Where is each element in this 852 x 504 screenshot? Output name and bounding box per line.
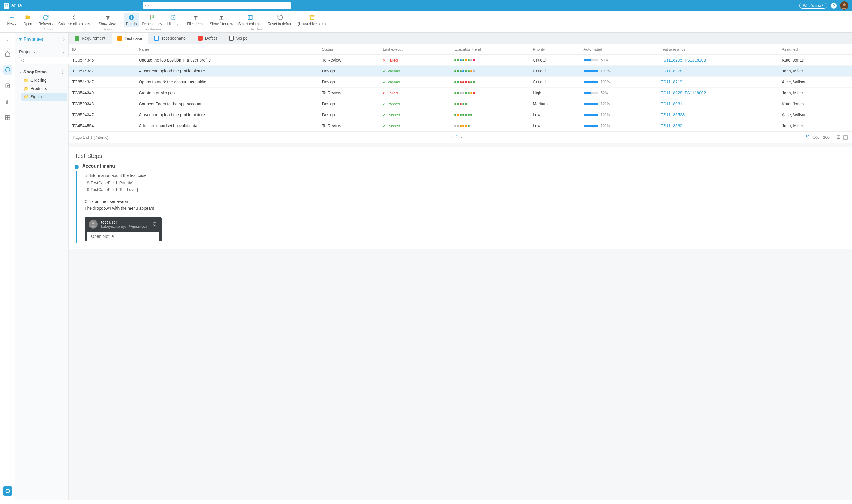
nav-rail: ‹ — [0, 33, 15, 501]
scenario-link[interactable]: TS1118228, TS1118002 — [661, 90, 706, 95]
filter-items-button[interactable]: Filter items — [185, 13, 207, 27]
folder-node[interactable]: 📁Ordering — [21, 76, 67, 84]
column-header[interactable]: ID — [69, 44, 135, 55]
folder-icon: 📁 — [24, 86, 29, 91]
trend-dots — [454, 114, 526, 116]
scenario-link[interactable]: TS1118295, TS1118203 — [661, 58, 706, 62]
step-name: Account menu — [82, 164, 115, 169]
open-button[interactable]: Open — [20, 13, 36, 27]
page-size-option[interactable]: 100 — [813, 135, 820, 140]
pager-info: Page 1 of 1 (7 items) — [73, 135, 109, 140]
whats-new-button[interactable]: What's new? — [799, 3, 827, 8]
column-header[interactable]: Assigned — [778, 44, 852, 55]
scenario-link[interactable]: TS11186528 — [661, 112, 685, 117]
svg-rect-9 — [150, 18, 151, 19]
project-search-input[interactable] — [19, 57, 73, 64]
column-header[interactable]: Automated — [580, 44, 658, 55]
collapse-projects-button[interactable]: Collapse all projects — [56, 13, 92, 27]
column-header[interactable]: Last executi... — [379, 44, 451, 55]
archive-button[interactable]: (Un)Archive items — [295, 13, 328, 27]
tab-icon — [198, 36, 203, 40]
table-row[interactable]: TC4544554Add credit card with invalid da… — [69, 120, 852, 131]
column-header[interactable]: Priority↓ — [529, 44, 580, 55]
copy-icon[interactable]: ⧉ — [85, 174, 87, 178]
tab-defect[interactable]: Defect — [192, 33, 223, 44]
main-content: RequirementTest caseTest scenarioDefectS… — [69, 33, 852, 501]
collapse-icon — [71, 14, 77, 21]
tab-icon — [229, 36, 234, 40]
rail-projects[interactable] — [3, 65, 13, 74]
global-search-input[interactable] — [143, 2, 290, 10]
show-views-button[interactable]: Show views — [96, 13, 120, 27]
more-icon[interactable]: ⋮ — [60, 69, 65, 74]
new-button[interactable]: New▾ — [4, 13, 19, 27]
favorites-section[interactable]: ♥Favorites › — [15, 33, 68, 46]
page-size-option[interactable]: 50 — [805, 134, 810, 140]
rail-home[interactable] — [3, 49, 13, 58]
dependency-button[interactable]: Dependency — [140, 13, 164, 27]
rail-analytics[interactable] — [3, 97, 13, 107]
brand-logo[interactable]: aqua — [3, 3, 22, 8]
chevron-down-icon: ⌄ — [62, 50, 65, 54]
rail-app-icon[interactable] — [3, 486, 13, 496]
sidebar-collapse-toggle[interactable]: ‹ — [6, 38, 10, 42]
scenario-link[interactable]: TS1118219 — [661, 79, 682, 84]
pager-page[interactable]: 1 — [456, 134, 458, 140]
scenario-link[interactable]: TS1118560 — [661, 123, 682, 128]
reset-default-button[interactable]: Reset to default — [265, 13, 295, 27]
reset-icon — [277, 14, 284, 21]
column-header[interactable]: Test scenarios — [657, 44, 778, 55]
refresh-button[interactable]: Refresh▾ — [36, 13, 55, 27]
svg-rect-29 — [6, 489, 10, 493]
pager-prev[interactable]: ‹ — [451, 135, 453, 140]
ribbon-group-label: Actions — [43, 27, 53, 32]
help-icon[interactable]: ? — [831, 3, 837, 8]
table-row[interactable]: TC0544345Update the job position in a us… — [69, 55, 852, 66]
rail-test[interactable] — [3, 81, 13, 90]
svg-rect-28 — [8, 118, 10, 120]
export-icon[interactable] — [835, 135, 840, 140]
details-button[interactable]: ! Details — [124, 13, 139, 27]
svg-rect-26 — [8, 116, 10, 118]
user-avatar[interactable] — [840, 1, 849, 10]
tab-test-scenario[interactable]: Test scenario — [148, 33, 192, 44]
column-header[interactable]: Name — [135, 44, 318, 55]
svg-point-2 — [843, 3, 846, 6]
table-row[interactable]: TC8544347Option to mark the account as p… — [69, 77, 852, 88]
test-steps-panel: Test Steps Account menu ⧉ Information ab… — [69, 147, 852, 249]
scenario-link[interactable]: TS1118981 — [661, 102, 682, 106]
table-row[interactable]: TC6594347A user can upload the profile p… — [69, 109, 852, 120]
tab-requirement[interactable]: Requirement — [69, 33, 111, 44]
tab-test-case[interactable]: Test case — [111, 33, 148, 44]
table-row[interactable]: TC9544340Create a public postTo ReviewFa… — [69, 88, 852, 98]
step-action: Click on the user avatar — [85, 198, 846, 205]
tab-script[interactable]: Script — [223, 33, 253, 44]
preview-user-name: test user — [101, 220, 148, 224]
layout-icon[interactable] — [843, 135, 848, 140]
folder-node[interactable]: 📁Sign-In — [21, 93, 67, 101]
svg-rect-27 — [5, 118, 7, 120]
table-row[interactable]: TC0574347A user can upload the profile p… — [69, 66, 852, 77]
column-header[interactable]: Status — [319, 44, 380, 55]
ribbon-group-label: Item Grid — [251, 27, 263, 32]
scenario-link[interactable]: TS1118378 — [661, 69, 682, 73]
show-filter-row-button[interactable]: Show filter row — [207, 13, 235, 27]
preview-avatar-icon — [89, 220, 97, 229]
table-row[interactable]: TC0590348Connect Zoom to the app account… — [69, 98, 852, 109]
select-columns-button[interactable]: Select columns — [236, 13, 265, 27]
trend-dots — [454, 92, 526, 94]
pager-next[interactable]: › — [461, 135, 462, 140]
projects-header[interactable]: Projects ⌄ — [15, 46, 68, 57]
history-button[interactable]: History — [165, 13, 181, 27]
item-type-tabs: RequirementTest caseTest scenarioDefectS… — [69, 33, 852, 44]
svg-rect-8 — [150, 17, 151, 18]
rail-grid[interactable] — [3, 113, 13, 123]
project-node[interactable]: ⌄ ShopDemo ⋮ — [17, 67, 67, 76]
svg-rect-7 — [150, 15, 151, 16]
chevron-right-icon: › — [63, 37, 65, 42]
ribbon-group-label: Item Preview — [144, 27, 161, 32]
svg-rect-14 — [249, 15, 252, 19]
folder-node[interactable]: 📁Products — [21, 84, 67, 93]
column-header[interactable]: Execution trend — [451, 44, 529, 55]
page-size-option[interactable]: 200 — [823, 135, 830, 140]
